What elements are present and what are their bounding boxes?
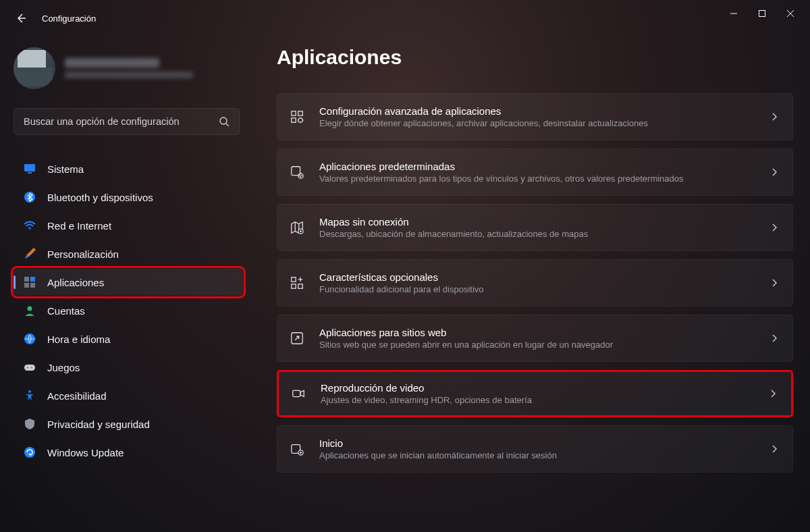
svg-rect-7 (24, 164, 35, 171)
apps-icon (23, 275, 36, 289)
card-reproduccion-video[interactable]: Reproducción de video Ajustes de video, … (277, 370, 793, 417)
card-config-avanzada[interactable]: Configuración avanzada de aplicaciones E… (277, 93, 793, 140)
map-download-icon (288, 219, 306, 236)
sidebar-item-label: Sistema (47, 163, 84, 175)
svg-rect-35 (298, 284, 302, 288)
svg-rect-37 (293, 390, 300, 396)
svg-rect-19 (24, 365, 35, 371)
shield-icon (23, 417, 36, 431)
sidebar-item-label: Accesibilidad (47, 390, 107, 402)
sidebar-item-aplicaciones[interactable]: Aplicaciones (14, 269, 243, 296)
card-caracteristicas[interactable]: Características opcionales Funcionalidad… (277, 259, 793, 307)
card-title: Mapas sin conexión (319, 216, 588, 228)
sidebar-item-bluetooth[interactable]: Bluetooth y dispositivos (14, 184, 243, 211)
sidebar-item-hora[interactable]: Hora e idioma (14, 325, 243, 352)
chevron-right-icon (770, 278, 779, 288)
svg-point-10 (28, 227, 30, 229)
update-icon (23, 446, 36, 459)
card-sub: Valores predeterminados para los tipos d… (319, 174, 684, 184)
page-title: Aplicaciones (277, 46, 793, 69)
card-sub: Aplicaciones que se inician automáticame… (319, 450, 557, 460)
close-button[interactable] (786, 9, 795, 18)
avatar (14, 47, 55, 89)
maximize-button[interactable] (757, 9, 767, 18)
card-title: Inicio (319, 437, 557, 449)
sidebar-item-accesibilidad[interactable]: Accesibilidad (14, 382, 243, 409)
card-sub: Ajustes de video, streaming HDR, opcione… (321, 395, 532, 405)
app-title: Configuración (42, 14, 96, 24)
card-inicio[interactable]: Inicio Aplicaciones que se inician autom… (277, 425, 793, 473)
card-title: Reproducción de video (321, 382, 532, 394)
svg-point-15 (28, 307, 32, 311)
svg-rect-12 (30, 277, 35, 282)
accessibility-icon (23, 389, 36, 402)
bluetooth-icon (23, 190, 36, 204)
search-placeholder: Buscar una opción de configuración (24, 116, 180, 127)
card-sub: Elegir dónde obtener aplicaciones, archi… (319, 118, 648, 128)
card-title: Características opcionales (319, 271, 484, 283)
card-sub: Sitios web que se pueden abrir en una ap… (319, 340, 613, 350)
svg-point-20 (27, 367, 28, 369)
startup-icon (288, 440, 306, 458)
card-title: Aplicaciones predeterminadas (319, 161, 684, 172)
search-input[interactable]: Buscar una opción de configuración (14, 108, 240, 135)
sidebar-item-label: Bluetooth y dispositivos (47, 192, 153, 203)
svg-rect-34 (292, 284, 296, 288)
clock-globe-icon (23, 332, 36, 346)
svg-point-5 (220, 117, 227, 124)
profile-text (65, 58, 193, 78)
back-button[interactable] (15, 12, 27, 24)
chevron-right-icon (770, 112, 779, 122)
sidebar-item-label: Cuentas (47, 305, 85, 317)
card-sitios-web[interactable]: Aplicaciones para sitios web Sitios web … (277, 315, 793, 362)
svg-rect-24 (292, 111, 296, 115)
profile-block[interactable] (14, 47, 243, 89)
chevron-right-icon (770, 334, 779, 343)
sidebar-item-juegos[interactable]: Juegos (14, 354, 243, 381)
card-sub: Descargas, ubicación de almacenamiento, … (319, 229, 588, 239)
sidebar-item-label: Privacidad y seguridad (47, 419, 150, 430)
svg-rect-26 (292, 118, 296, 122)
chevron-right-icon (770, 223, 779, 232)
svg-rect-25 (298, 111, 302, 115)
brush-icon (23, 247, 36, 261)
sidebar-item-update[interactable]: Windows Update (14, 439, 243, 466)
default-apps-icon (288, 163, 306, 181)
svg-point-22 (28, 390, 31, 393)
card-title: Configuración avanzada de aplicaciones (319, 105, 648, 117)
sidebar-item-label: Juegos (47, 362, 80, 373)
svg-point-27 (298, 118, 302, 122)
video-icon (290, 385, 307, 402)
svg-rect-13 (24, 283, 29, 288)
sidebar-item-label: Aplicaciones (47, 277, 104, 288)
card-predeterminadas[interactable]: Aplicaciones predeterminadas Valores pre… (277, 149, 793, 196)
sidebar-item-sistema[interactable]: Sistema (14, 155, 243, 182)
svg-point-21 (31, 367, 32, 369)
svg-rect-33 (292, 277, 296, 282)
search-icon (219, 116, 230, 127)
card-mapas[interactable]: Mapas sin conexión Descargas, ubicación … (277, 204, 793, 251)
chevron-right-icon (768, 389, 778, 398)
card-sub: Funcionalidad adicional para el disposit… (319, 284, 484, 294)
svg-line-6 (226, 124, 229, 126)
open-external-icon (288, 329, 306, 347)
svg-rect-11 (24, 277, 29, 282)
sidebar-item-label: Personalización (47, 248, 119, 260)
card-title: Aplicaciones para sitios web (319, 327, 613, 338)
person-icon (23, 304, 36, 317)
svg-rect-14 (30, 283, 35, 288)
sidebar-item-red[interactable]: Red e Internet (14, 212, 243, 239)
sidebar-item-label: Red e Internet (47, 220, 111, 232)
minimize-button[interactable] (729, 9, 738, 18)
svg-point-23 (24, 447, 35, 458)
sidebar-item-privacidad[interactable]: Privacidad y seguridad (14, 410, 243, 437)
optional-features-icon (288, 274, 306, 292)
monitor-icon (23, 162, 36, 176)
apps-gear-icon (288, 108, 306, 126)
sidebar-item-label: Hora e idioma (47, 334, 110, 345)
sidebar-item-cuentas[interactable]: Cuentas (14, 297, 243, 324)
sidebar-item-personalizacion[interactable]: Personalización (14, 240, 243, 267)
wifi-icon (23, 219, 36, 232)
svg-rect-1 (759, 11, 765, 17)
gamepad-icon (23, 361, 36, 374)
